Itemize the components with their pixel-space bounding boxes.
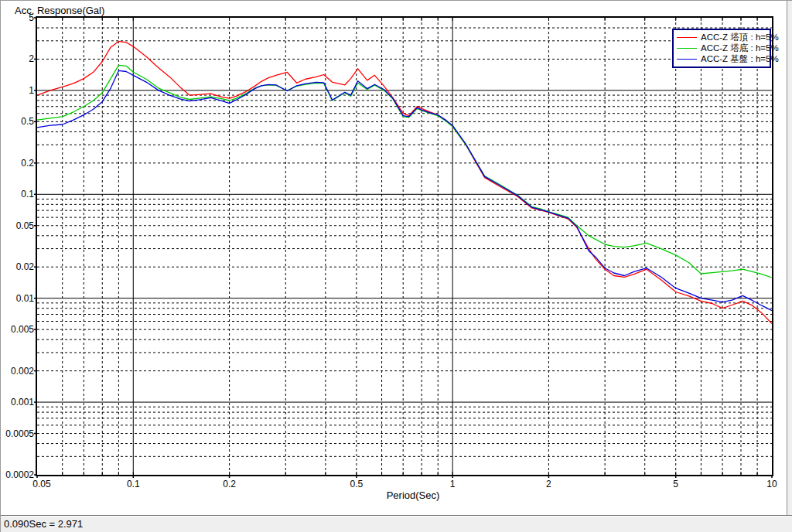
legend-item: ACC-Z 塔頂 : h=5%: [677, 32, 766, 43]
svg-text:0.05: 0.05: [32, 479, 51, 489]
series-line: [37, 41, 772, 323]
x-axis-label: Period(Sec): [387, 489, 440, 501]
svg-text:2: 2: [29, 53, 34, 64]
legend-line-sample-icon: [677, 37, 697, 38]
legend-label: ACC-Z 塔頂 : h=5%: [701, 32, 779, 43]
legend-label: ACC-Z 塔底 : h=5%: [701, 43, 779, 53]
legend-line-sample-icon: [677, 59, 697, 60]
svg-text:0.001: 0.001: [11, 397, 34, 408]
svg-text:0.2: 0.2: [21, 158, 34, 169]
svg-text:0.0002: 0.0002: [5, 469, 34, 480]
svg-text:0.05: 0.05: [16, 220, 35, 231]
legend-item: ACC-Z 塔底 : h=5%: [677, 43, 766, 53]
chart-title: Acc. Response(Gal): [15, 5, 104, 16]
window-right-border: [787, 1, 792, 516]
svg-text:1: 1: [450, 479, 456, 489]
svg-text:10: 10: [766, 479, 777, 489]
svg-text:5: 5: [673, 479, 678, 489]
response-spectrum-chart[interactable]: 5210.50.20.10.050.020.010.0050.0020.0010…: [1, 1, 788, 516]
legend-label: ACC-Z 基盤 : h=5%: [701, 53, 779, 64]
svg-text:0.2: 0.2: [223, 479, 236, 489]
svg-text:0.01: 0.01: [16, 293, 35, 304]
chart-plot-area[interactable]: 5210.50.20.10.050.020.010.0050.0020.0010…: [1, 1, 788, 516]
svg-text:0.1: 0.1: [127, 479, 140, 489]
app-window: 5210.50.20.10.050.020.010.0050.0020.0010…: [0, 0, 792, 532]
legend-item: ACC-Z 基盤 : h=5%: [677, 53, 766, 64]
svg-text:0.1: 0.1: [21, 189, 34, 200]
svg-text:0.005: 0.005: [11, 324, 34, 335]
legend: ACC-Z 塔頂 : h=5%ACC-Z 塔底 : h=5%ACC-Z 基盤 :…: [672, 29, 771, 68]
status-readout: 0.090Sec = 2.971: [4, 518, 83, 530]
svg-text:0.0005: 0.0005: [5, 428, 34, 439]
svg-text:0.5: 0.5: [350, 479, 364, 489]
svg-text:1: 1: [29, 85, 34, 96]
series-line: [37, 65, 772, 278]
svg-text:2: 2: [546, 479, 551, 489]
status-bar: 0.090Sec = 2.971: [1, 515, 792, 532]
svg-text:0.5: 0.5: [21, 116, 34, 127]
svg-text:0.02: 0.02: [16, 261, 35, 272]
legend-line-sample-icon: [677, 48, 697, 49]
svg-text:0.002: 0.002: [11, 366, 34, 377]
